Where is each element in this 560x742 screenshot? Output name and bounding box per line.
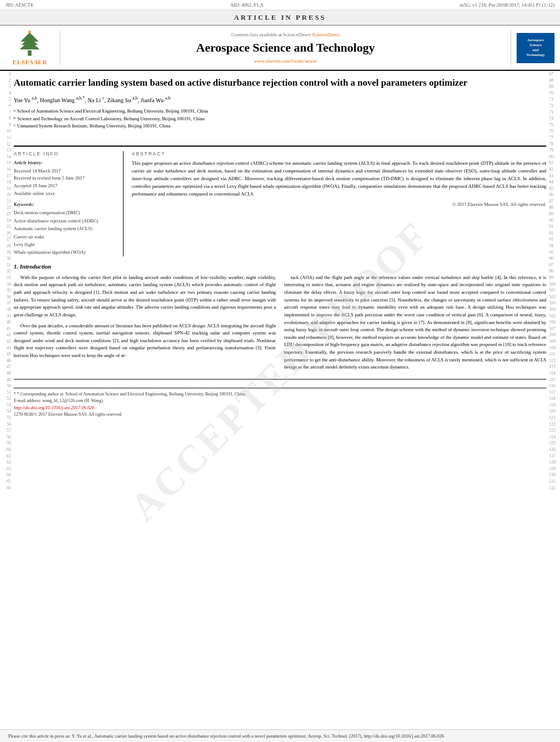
line-number: 9 bbox=[0, 122, 11, 129]
line-number: 26 bbox=[0, 230, 11, 237]
line-number: 67 bbox=[549, 71, 560, 77]
line-number: 80 bbox=[549, 154, 560, 160]
citation-bar: Please cite this article in press as: Y.… bbox=[0, 729, 560, 742]
line-number: 27 bbox=[0, 236, 11, 243]
line-number: 54 bbox=[0, 408, 11, 415]
journal-header: ELSEVIER Contents lists available at Sci… bbox=[0, 26, 560, 71]
line-number: 16 bbox=[0, 166, 11, 173]
line-number: 62 bbox=[0, 459, 11, 466]
intro-para1: With the purpose of relieving the carrie… bbox=[14, 274, 276, 319]
email-note: E-mail address: wang_hl_12@126.com (H. W… bbox=[14, 398, 546, 403]
line-number: 49 bbox=[0, 377, 11, 383]
line-number: 98 bbox=[549, 268, 560, 275]
line-number: 95 bbox=[549, 249, 560, 256]
accepted-date: Accepted 19 June 2017 bbox=[14, 182, 117, 190]
line-number: 46 bbox=[0, 358, 11, 364]
line-number: 30 bbox=[0, 255, 11, 262]
paper-title: Automatic carrier landing system based o… bbox=[14, 76, 546, 90]
journal-url: www.elsevier.com/locate/aescte bbox=[254, 58, 317, 64]
keyword-3: Automatic carrier landing system (ACLS) bbox=[14, 225, 117, 232]
article-info-abstract: ARTICLE INFO Article history: Received 1… bbox=[14, 146, 546, 256]
line-number: 115 bbox=[549, 377, 560, 383]
line-number: 73 bbox=[549, 109, 560, 116]
line-number: 97 bbox=[549, 262, 560, 269]
abstract-text: This paper proposes an active disturbanc… bbox=[132, 160, 546, 198]
elsevier-logo-container: ELSEVIER bbox=[5, 30, 60, 65]
aid: AID: 4062 /FLA bbox=[230, 2, 264, 8]
line-numbers-right: 6768697071727374757677787980818283848586… bbox=[546, 71, 560, 491]
line-number: 31 bbox=[0, 262, 11, 269]
line-number: 52 bbox=[0, 395, 11, 402]
line-number: 14 bbox=[0, 154, 11, 160]
line-number: 39 bbox=[0, 313, 11, 320]
line-number: 71 bbox=[549, 96, 560, 103]
line-number: 88 bbox=[549, 204, 560, 211]
line-number: 13 bbox=[0, 147, 11, 154]
line-number: 77 bbox=[549, 135, 560, 141]
line-number: 111 bbox=[549, 351, 560, 358]
line-number: 18 bbox=[0, 179, 11, 186]
line-number: 19 bbox=[0, 186, 11, 192]
paper-section: Automatic carrier landing system based o… bbox=[14, 71, 546, 140]
line-number: 60 bbox=[0, 447, 11, 453]
line-number: 123 bbox=[549, 427, 560, 434]
line-number: 109 bbox=[549, 338, 560, 345]
line-number: 36 bbox=[0, 294, 11, 300]
line-number: 11 bbox=[0, 135, 11, 141]
line-number: 50 bbox=[0, 383, 11, 389]
line-number: 106 bbox=[549, 319, 560, 326]
line-numbers-left: 1234567891011121314151617181920212223242… bbox=[0, 71, 14, 491]
page-body: Automatic carrier landing system based o… bbox=[14, 71, 546, 491]
line-number: 6 bbox=[0, 103, 11, 109]
line-number: 20 bbox=[0, 192, 11, 198]
line-number: 43 bbox=[0, 338, 11, 345]
line-number: 56 bbox=[0, 421, 11, 428]
page-footer: * * Corresponding author at: School of A… bbox=[14, 388, 546, 417]
keyword-4: Carrier air wake bbox=[14, 233, 117, 241]
line-number: 132 bbox=[549, 485, 560, 492]
line-number: 17 bbox=[0, 173, 11, 180]
line-number: 29 bbox=[0, 249, 11, 256]
line-number: 47 bbox=[0, 364, 11, 370]
line-number: 68 bbox=[549, 77, 560, 84]
line-number: 70 bbox=[549, 90, 560, 97]
line-number: 99 bbox=[549, 275, 560, 281]
line-number: 116 bbox=[549, 383, 560, 389]
line-number: 131 bbox=[549, 478, 560, 485]
line-number: 113 bbox=[549, 364, 560, 370]
line-number: 104 bbox=[549, 306, 560, 313]
line-number: 108 bbox=[549, 332, 560, 338]
elsevier-logo: ELSEVIER bbox=[13, 30, 48, 65]
journal-title: Aerospace Science and Technology bbox=[196, 41, 374, 55]
abstract-heading: ABSTRACT bbox=[132, 151, 546, 157]
line-number: 38 bbox=[0, 306, 11, 313]
ast-logo-box: Aerospace Science and Technology bbox=[517, 33, 555, 63]
line-number: 93 bbox=[549, 236, 560, 243]
body-left-col: With the purpose of relieving the carrie… bbox=[14, 274, 276, 375]
version-info: m5G; v1 218; Pm:29/08/2017; 14:45] P1 (1… bbox=[460, 2, 555, 8]
article-history-label: Article history: bbox=[14, 160, 117, 165]
line-number: 69 bbox=[549, 83, 560, 90]
abstract-col: ABSTRACT This paper proposes an active d… bbox=[132, 151, 546, 256]
line-number: 48 bbox=[0, 370, 11, 377]
jid-aid: JID: AESCTE bbox=[5, 2, 33, 8]
line-number: 74 bbox=[549, 115, 560, 122]
line-number: 35 bbox=[0, 287, 11, 294]
line-number: 2 bbox=[0, 77, 11, 84]
keyword-5: Levy flight bbox=[14, 241, 117, 248]
line-number: 79 bbox=[549, 147, 560, 154]
line-number: 25 bbox=[0, 224, 11, 230]
line-number: 59 bbox=[0, 440, 11, 447]
line-number: 4 bbox=[0, 90, 11, 97]
top-header: JID: AESCTE AID: 4062 /FLA m5G; v1 218; … bbox=[0, 0, 560, 10]
line-number: 82 bbox=[549, 166, 560, 173]
affiliations: a School of Automation Science and Elect… bbox=[14, 108, 546, 130]
line-number: 42 bbox=[0, 332, 11, 338]
line-number: 78 bbox=[549, 141, 560, 148]
line-number: 45 bbox=[0, 351, 11, 358]
copyright: © 2017 Elsevier Masson SAS. All rights r… bbox=[132, 202, 546, 207]
line-number: 32 bbox=[0, 268, 11, 275]
online-date: Available online xxxx bbox=[14, 190, 117, 198]
line-number: 23 bbox=[0, 211, 11, 217]
line-number: 8 bbox=[0, 115, 11, 122]
